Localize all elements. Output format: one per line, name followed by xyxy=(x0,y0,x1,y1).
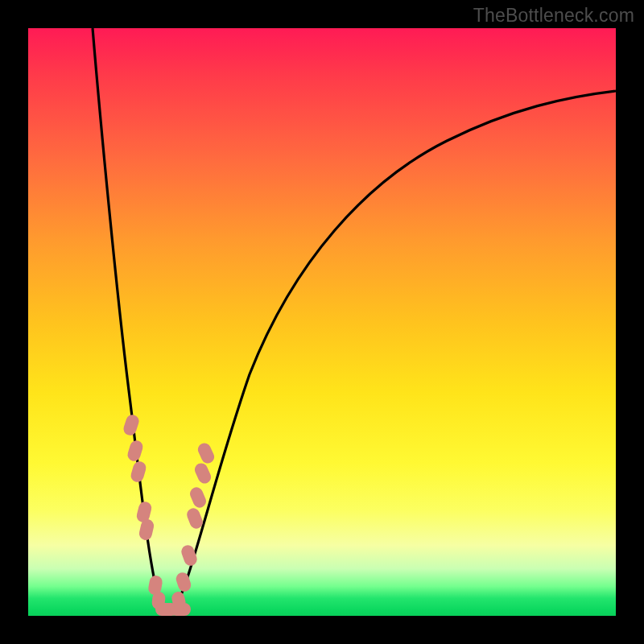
marker xyxy=(122,413,140,437)
marker xyxy=(126,439,145,463)
marker xyxy=(175,571,193,593)
chart-stage: TheBottleneck.com xyxy=(0,0,644,644)
bottleneck-curve xyxy=(93,28,616,613)
marker xyxy=(188,485,208,510)
curve-layer xyxy=(28,28,616,616)
marker xyxy=(192,461,213,485)
plot-area xyxy=(28,28,616,616)
watermark-text: TheBottleneck.com xyxy=(473,5,634,27)
marker xyxy=(130,460,148,483)
marker-group xyxy=(122,413,216,616)
marker xyxy=(196,441,216,465)
